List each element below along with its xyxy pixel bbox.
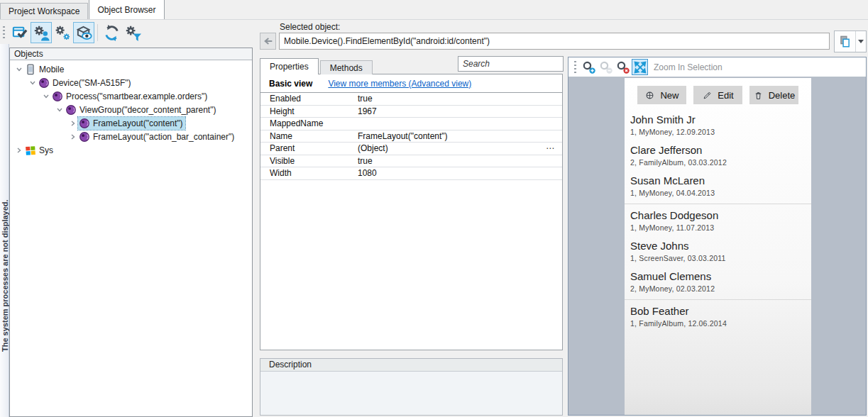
gear-user-icon[interactable] bbox=[31, 22, 52, 43]
tree-item-content[interactable]: ViewGroup("decor_content_parent") bbox=[65, 104, 218, 116]
tree-item[interactable]: ViewGroup("decor_content_parent") bbox=[10, 103, 252, 116]
expander-chevron-icon[interactable] bbox=[41, 91, 51, 101]
contact-details: 1, MyMoney, 11.07.2013 bbox=[630, 223, 804, 232]
workspace-tab[interactable]: Object Browser bbox=[89, 0, 164, 19]
basic-view-label: Basic view bbox=[269, 79, 312, 89]
tree-item[interactable]: Mobile bbox=[10, 62, 252, 76]
search-input[interactable] bbox=[458, 57, 577, 71]
property-name: MappedName bbox=[260, 118, 358, 128]
app-window: Project Workspace Object Browser bbox=[0, 0, 868, 417]
contact-name: Clare Jefferson bbox=[630, 143, 804, 157]
copy-dropdown-button[interactable] bbox=[855, 31, 866, 52]
tree-item[interactable]: Device("SM-A515F") bbox=[10, 76, 252, 89]
copy-icon[interactable] bbox=[835, 31, 855, 52]
component-icon bbox=[52, 91, 63, 102]
contact-list-item[interactable]: Steve Johns 1, ScreenSaver, 03.03.2011 bbox=[625, 235, 811, 266]
refresh-icon[interactable] bbox=[101, 22, 122, 43]
property-value: FrameLayout("content") bbox=[358, 131, 562, 141]
trash-icon bbox=[753, 90, 764, 101]
expander-chevron-icon[interactable] bbox=[55, 105, 65, 115]
window-check-icon[interactable] bbox=[9, 22, 31, 43]
inspector-tab[interactable]: Methods bbox=[320, 60, 373, 74]
gear-filter-icon[interactable] bbox=[122, 22, 143, 43]
gears-icon[interactable] bbox=[52, 22, 73, 43]
property-name: Width bbox=[260, 168, 358, 178]
property-name: Name bbox=[260, 131, 358, 141]
property-row[interactable]: Name FrameLayout("content") ⋯ bbox=[260, 130, 562, 143]
main-toolbar bbox=[0, 21, 256, 44]
property-row[interactable]: MappedName ⋯ bbox=[260, 118, 562, 130]
plus-circle-icon bbox=[644, 90, 655, 101]
fit-selection-icon[interactable] bbox=[632, 59, 648, 75]
tree-item-content[interactable]: Mobile bbox=[24, 63, 66, 76]
contact-list-item[interactable]: Samuel Clemens 2, MyMoney, 02.03.2012 bbox=[625, 266, 811, 300]
tree-item-content[interactable]: Process("smartbear.example.orders") bbox=[51, 90, 209, 103]
contact-list: John Smith Jr 1, MyMoney, 12.09.2013 Cla… bbox=[625, 109, 811, 331]
contact-list-item[interactable]: Charles Dodgeson 1, MyMoney, 11.07.2013 bbox=[625, 205, 811, 235]
contact-name: Susan McLaren bbox=[630, 174, 804, 187]
property-row[interactable]: Enabled true ⋯ bbox=[260, 93, 562, 106]
workspace-tab[interactable]: Project Workspace bbox=[0, 3, 88, 19]
property-name: Visible bbox=[260, 156, 358, 166]
tree-item[interactable]: Process("smartbear.example.orders") bbox=[10, 89, 252, 103]
device-action-button[interactable]: Edit bbox=[693, 86, 742, 104]
screen-preview-panel: Zoom In Selection New bbox=[568, 57, 867, 416]
property-value: true bbox=[358, 156, 562, 166]
objects-panel: Objects Mobile bbox=[9, 48, 253, 417]
tree-item[interactable]: FrameLayout("action_bar_container") bbox=[10, 130, 252, 143]
expander-chevron-icon[interactable] bbox=[68, 132, 78, 142]
back-button[interactable] bbox=[260, 33, 276, 50]
mobile-icon bbox=[25, 64, 36, 75]
copy-button[interactable] bbox=[834, 30, 867, 52]
tree-item[interactable]: FrameLayout("content") bbox=[10, 116, 252, 130]
expander-chevron-icon[interactable] bbox=[68, 118, 78, 128]
system-processes-strip: The system processes are not displayed. bbox=[0, 44, 9, 417]
back-arrow-icon bbox=[263, 35, 274, 47]
device-action-button[interactable]: New bbox=[637, 86, 686, 104]
tree-item-label: ViewGroup("decor_content_parent") bbox=[79, 105, 216, 115]
selected-object-input[interactable] bbox=[279, 33, 830, 50]
device-action-button[interactable]: Delete bbox=[749, 86, 798, 104]
contact-list-item[interactable]: Bob Feather 1, FamilyAlbum, 12.06.2014 bbox=[625, 301, 811, 331]
zoom-out-icon[interactable] bbox=[598, 59, 614, 75]
zoom-toolbar-grip-handle[interactable] bbox=[574, 61, 576, 74]
tree-item-content[interactable]: Device("SM-A515F") bbox=[38, 77, 133, 89]
advanced-view-link[interactable]: View more members (Advanced view) bbox=[328, 79, 471, 89]
property-row[interactable]: Visible true ⋯ bbox=[260, 155, 562, 168]
tree-item[interactable]: Sys bbox=[10, 143, 252, 157]
toolbar-grip-handle[interactable] bbox=[3, 26, 5, 39]
contact-list-item[interactable]: John Smith Jr 1, MyMoney, 12.09.2013 bbox=[625, 109, 811, 140]
contact-details: 1, MyMoney, 04.04.2013 bbox=[630, 189, 804, 197]
objects-tree: Mobile Device("SM-A515F") bbox=[10, 60, 252, 157]
expander-chevron-icon[interactable] bbox=[14, 145, 24, 155]
tree-item-content[interactable]: FrameLayout("action_bar_container") bbox=[78, 130, 236, 143]
property-row[interactable]: Width 1080 ⋯ bbox=[260, 167, 562, 180]
selected-object-label: Selected object: bbox=[280, 22, 340, 32]
windows-icon bbox=[25, 145, 36, 156]
pencil-icon bbox=[702, 90, 713, 101]
toolbar-separator bbox=[97, 24, 98, 41]
tree-item-label: FrameLayout("action_bar_container") bbox=[93, 132, 234, 142]
contact-list-item[interactable]: Clare Jefferson 2, FamilyAlbum, 03.03.20… bbox=[625, 140, 811, 170]
expander-chevron-icon[interactable] bbox=[28, 78, 38, 88]
property-value: (Object) bbox=[358, 143, 542, 153]
box-eye-icon[interactable] bbox=[73, 22, 94, 43]
inspector-tab[interactable]: Properties bbox=[260, 58, 319, 74]
tree-item-content[interactable]: Sys bbox=[24, 144, 55, 157]
objects-panel-title: Objects bbox=[10, 48, 252, 60]
tab-label: Project Workspace bbox=[9, 6, 79, 16]
device-screen[interactable]: New Edit bbox=[625, 78, 811, 415]
inspector-tab-label: Properties bbox=[270, 62, 309, 72]
contact-name: John Smith Jr bbox=[630, 113, 804, 126]
property-row[interactable]: Height 1967 ⋯ bbox=[260, 106, 562, 118]
tree-item-content[interactable]: FrameLayout("content") bbox=[78, 117, 185, 130]
zoom-reset-icon[interactable] bbox=[615, 59, 631, 75]
ellipsis-button[interactable]: ⋯ bbox=[542, 145, 562, 152]
contact-list-item[interactable]: Susan McLaren 1, MyMoney, 04.04.2013 bbox=[625, 170, 811, 204]
properties-header: Basic view View more members (Advanced v… bbox=[260, 74, 562, 93]
expander-chevron-icon[interactable] bbox=[14, 65, 24, 74]
property-row[interactable]: Parent (Object) ⋯ bbox=[260, 143, 562, 155]
zoom-in-icon[interactable] bbox=[581, 59, 597, 75]
property-value: 1967 bbox=[358, 106, 562, 116]
properties-panel: Basic view View more members (Advanced v… bbox=[260, 74, 563, 350]
